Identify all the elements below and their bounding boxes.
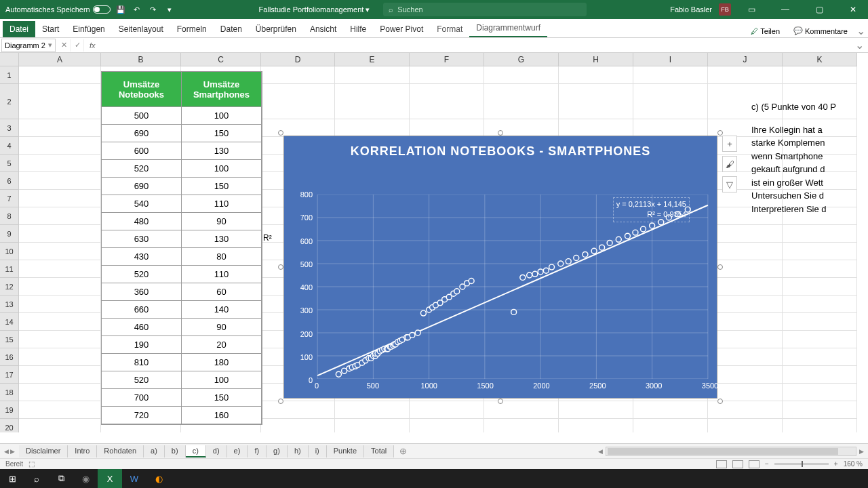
document-title[interactable]: Fallstudie Portfoliomanagement ▾ [259, 5, 370, 14]
next-sheet-icon[interactable]: ▶ [10, 448, 15, 455]
tab-start[interactable]: Start [35, 21, 66, 37]
prev-sheet-icon[interactable]: ◀ [4, 448, 9, 455]
tab-diagrammentwurf[interactable]: Diagrammentwurf [469, 20, 547, 37]
col-header[interactable]: C [181, 53, 261, 66]
zoom-level[interactable]: 160 % [844, 460, 863, 468]
qat-more-icon[interactable]: ▾ [163, 3, 176, 16]
row-header[interactable]: 19 [0, 401, 19, 419]
sheet-tab[interactable]: g) [267, 445, 288, 458]
sheet-tab[interactable]: a) [144, 445, 165, 458]
row-header[interactable]: 2 [0, 84, 19, 119]
row-header[interactable]: 14 [0, 313, 19, 331]
close-button[interactable]: ✕ [840, 0, 867, 19]
sheet-tab[interactable]: d) [206, 445, 227, 458]
tab-einfügen[interactable]: Einfügen [66, 21, 111, 37]
col-header[interactable]: H [559, 53, 633, 66]
tab-power pivot[interactable]: Power Pivot [373, 21, 430, 37]
tab-formeln[interactable]: Formeln [170, 21, 214, 37]
col-header[interactable]: I [633, 53, 708, 66]
tab-seitenlayout[interactable]: Seitenlayout [112, 21, 170, 37]
col-header[interactable]: D [261, 53, 335, 66]
tab-daten[interactable]: Daten [214, 21, 249, 37]
row-header[interactable]: 3 [0, 119, 19, 137]
chart-styles-button[interactable]: 🖌 [722, 156, 737, 172]
select-all-corner[interactable] [0, 53, 19, 66]
undo-icon[interactable]: ↶ [131, 3, 143, 16]
row-header[interactable]: 8 [0, 207, 19, 225]
chart-object[interactable]: KORRELATION NOTEBOOKS - SMARTPHONES 0100… [283, 136, 717, 399]
sheet-tab[interactable]: Punkte [327, 445, 364, 458]
search-taskbar-icon[interactable]: ⌕ [24, 469, 49, 488]
col-header[interactable]: F [410, 53, 484, 66]
minimize-button[interactable]: — [772, 0, 799, 19]
trendline-equation[interactable]: y = 0,2113x + 14,145 R² = 0,9354 [613, 197, 690, 222]
col-header[interactable]: G [484, 53, 559, 66]
sheet-tab[interactable]: Disclaimer [19, 445, 68, 458]
start-button[interactable]: ⊞ [0, 469, 24, 488]
col-header[interactable]: B [101, 53, 181, 66]
chart-filters-button[interactable]: ▽ [722, 176, 737, 192]
formula-input[interactable] [98, 39, 851, 52]
zoom-slider[interactable] [774, 463, 829, 465]
tab-hilfe[interactable]: Hilfe [343, 21, 373, 37]
cancel-formula-icon[interactable]: ✕ [58, 39, 71, 52]
task-view-icon[interactable]: ⧉ [49, 469, 73, 488]
tab-format[interactable]: Format [430, 21, 469, 37]
sheet-tab[interactable]: Rohdaten [97, 445, 144, 458]
row-header[interactable]: 6 [0, 172, 19, 190]
share-button[interactable]: 🖊Teilen [745, 25, 785, 37]
sheet-tab[interactable]: Intro [68, 445, 97, 458]
fx-icon[interactable]: fx [87, 41, 98, 49]
tab-ansicht[interactable]: Ansicht [303, 21, 343, 37]
collapse-ribbon-icon[interactable]: ⌄ [856, 24, 865, 37]
autosave-toggle[interactable]: Automatisches Speichern [5, 5, 111, 14]
sheet-tab[interactable]: Total [364, 445, 394, 458]
row-header[interactable]: 7 [0, 190, 19, 207]
tab-überprüfen[interactable]: Überprüfen [249, 21, 303, 37]
zoom-in-icon[interactable]: + [834, 460, 838, 468]
ribbon-options-icon[interactable]: ▭ [738, 0, 765, 19]
col-header[interactable]: K [783, 53, 857, 66]
page-break-view-icon[interactable] [749, 460, 760, 468]
row-header[interactable]: 9 [0, 225, 19, 243]
row-header[interactable]: 13 [0, 296, 19, 313]
row-header[interactable]: 20 [0, 419, 19, 432]
normal-view-icon[interactable] [716, 460, 727, 468]
page-layout-view-icon[interactable] [732, 460, 743, 468]
obs-icon[interactable]: ◉ [73, 469, 98, 488]
macro-record-icon[interactable]: ⬚ [28, 460, 35, 468]
sheet-tab[interactable]: h) [288, 445, 309, 458]
sheet-tab[interactable]: c) [186, 445, 206, 458]
col-header[interactable]: A [19, 53, 101, 66]
sheet-tab[interactable]: e) [227, 445, 248, 458]
horizontal-scrollbar[interactable] [606, 447, 856, 456]
enter-formula-icon[interactable]: ✓ [72, 39, 84, 52]
sheet-tab[interactable]: b) [165, 445, 186, 458]
user-avatar[interactable]: FB [719, 3, 731, 16]
word-taskbar-icon[interactable]: W [122, 469, 146, 488]
expand-formula-icon[interactable]: ⌄ [851, 39, 868, 52]
row-header[interactable]: 4 [0, 137, 19, 155]
chart-elements-button[interactable]: + [722, 136, 737, 152]
col-header[interactable]: E [335, 53, 410, 66]
search-box[interactable]: ⌕ Suchen [383, 3, 587, 16]
sheet-tab[interactable]: i) [309, 445, 327, 458]
row-header[interactable]: 1 [0, 66, 19, 84]
worksheet[interactable]: ABCDEFGHIJK 1234567891011121314151617181… [0, 53, 868, 432]
zoom-out-icon[interactable]: − [765, 460, 769, 468]
col-header[interactable]: J [708, 53, 783, 66]
row-header[interactable]: 15 [0, 331, 19, 348]
row-header[interactable]: 16 [0, 348, 19, 366]
name-box[interactable]: Diagramm 2▾ [1, 39, 56, 52]
row-header[interactable]: 11 [0, 260, 19, 278]
row-header[interactable]: 17 [0, 366, 19, 384]
save-icon[interactable]: 💾 [115, 3, 127, 16]
user-name[interactable]: Fabio Basler [670, 5, 712, 14]
new-sheet-button[interactable]: ⊕ [394, 446, 412, 456]
tab-file[interactable]: Datei [3, 21, 35, 37]
excel-taskbar-icon[interactable]: X [98, 469, 122, 488]
row-header[interactable]: 10 [0, 243, 19, 260]
sheet-tab[interactable]: f) [248, 445, 267, 458]
comments-button[interactable]: 💬Kommentare [788, 24, 853, 37]
row-header[interactable]: 5 [0, 155, 19, 172]
